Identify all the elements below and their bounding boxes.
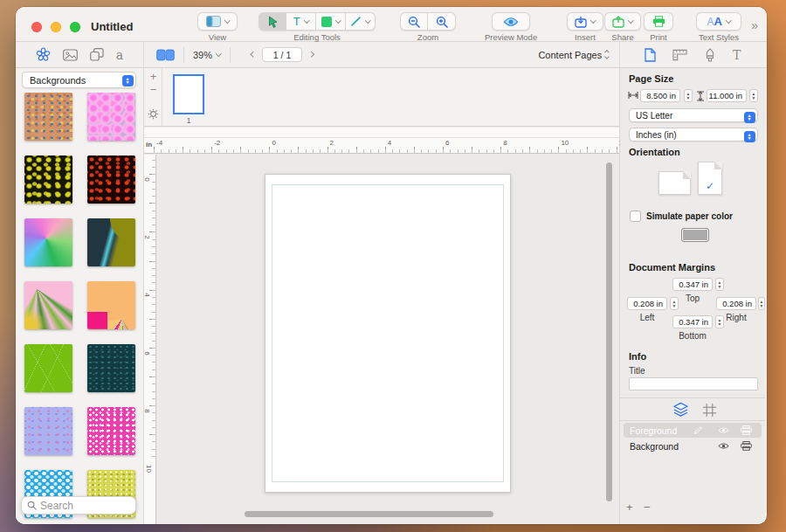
thumbnail-green-lines[interactable] xyxy=(24,344,72,392)
shape-tool-button[interactable] xyxy=(316,12,346,31)
eye-icon[interactable] xyxy=(718,442,729,450)
window-body: Backgrounds ▴▾ + − xyxy=(16,68,767,524)
page-height-field[interactable]: 11.000 in xyxy=(707,89,747,102)
pages-mode-value: Content Pages xyxy=(538,50,602,60)
layer-row-background[interactable]: Background xyxy=(624,439,762,453)
page-settings-gear-icon[interactable] xyxy=(144,108,162,122)
simulate-paper-color-checkbox[interactable] xyxy=(630,211,641,222)
orientation-portrait-button[interactable]: ✓ xyxy=(698,162,722,195)
page-thumbnail-1[interactable] xyxy=(173,74,204,114)
eye-icon[interactable] xyxy=(718,426,729,434)
layer-name: Background xyxy=(630,441,679,452)
zoom-level-control[interactable]: 39% xyxy=(193,50,221,60)
canvas-viewport: 0246810 xyxy=(144,155,619,524)
vertical-scrollbar[interactable] xyxy=(606,162,612,501)
page-indicator-field[interactable]: 1 / 1 xyxy=(262,47,302,62)
orientation-landscape-button[interactable] xyxy=(658,171,691,195)
tab-page-setup[interactable] xyxy=(645,48,656,62)
close-window-button[interactable] xyxy=(31,22,42,32)
document-page[interactable] xyxy=(265,174,511,493)
page-height-stepper[interactable]: ▴▾ xyxy=(749,89,758,102)
thumbnail-navy-flame[interactable] xyxy=(87,218,135,266)
tab-ruler[interactable] xyxy=(672,49,687,61)
pencil-icon[interactable] xyxy=(693,425,703,435)
print-button[interactable] xyxy=(644,12,673,31)
thumbnail-magenta-dots[interactable] xyxy=(87,407,135,455)
select-tool-button[interactable] xyxy=(259,12,286,31)
tab-brush[interactable] xyxy=(704,48,716,62)
margin-left-stepper[interactable]: ▴▾ xyxy=(670,297,679,310)
thumbnail-teal-maze[interactable] xyxy=(87,344,135,392)
paper-color-well[interactable] xyxy=(681,228,709,242)
view-panels-icon xyxy=(206,16,221,27)
page-width-field[interactable]: 8.500 in xyxy=(640,89,680,102)
text-tool-button[interactable]: T xyxy=(286,12,316,31)
tab-grid[interactable] xyxy=(700,400,719,419)
tab-text[interactable]: T xyxy=(733,48,741,62)
previous-page-button[interactable] xyxy=(251,52,256,57)
margin-bottom-field[interactable]: 0.347 in xyxy=(672,315,713,328)
shapes-icon[interactable] xyxy=(90,48,104,61)
text-snippets-icon[interactable]: a xyxy=(116,48,123,62)
height-arrows-icon xyxy=(696,91,705,101)
zoom-in-icon xyxy=(436,16,448,28)
search-input[interactable] xyxy=(40,500,176,512)
insert-icon xyxy=(575,16,587,28)
margin-top-field[interactable]: 0.347 in xyxy=(672,278,713,291)
toolbar-overflow-button[interactable]: » xyxy=(751,18,758,32)
canvas-column: + − 1 in -4-2024681012 0246810 xyxy=(144,68,620,524)
info-title-input[interactable] xyxy=(629,377,758,390)
insert-button[interactable] xyxy=(567,12,603,31)
remove-layer-button[interactable]: − xyxy=(644,501,651,514)
thumbnail-orange-speckle[interactable] xyxy=(24,93,72,141)
margin-top-stepper[interactable]: ▴▾ xyxy=(715,278,724,291)
margin-bottom-stepper[interactable]: ▴▾ xyxy=(715,315,724,328)
clipart-flower-icon[interactable] xyxy=(36,47,51,62)
facing-pages-icon[interactable] xyxy=(156,49,175,61)
zoom-window-button[interactable] xyxy=(70,22,80,32)
page-thumbnail-number: 1 xyxy=(173,116,204,125)
h-ruler-label: 10 xyxy=(561,139,569,147)
share-button[interactable] xyxy=(604,12,641,31)
thumbnail-grid xyxy=(16,93,143,524)
next-page-button[interactable] xyxy=(308,52,314,57)
thumbnail-red-dots[interactable] xyxy=(87,155,135,204)
v-ruler-label: 8 xyxy=(143,409,151,412)
line-tool-button[interactable] xyxy=(346,12,376,31)
thumbnail-rainbow-swirl[interactable] xyxy=(24,218,72,266)
printer-icon xyxy=(652,16,665,27)
v-ruler-label: 0 xyxy=(143,177,151,181)
zoom-in-button[interactable] xyxy=(428,12,456,31)
text-styles-button[interactable]: A A xyxy=(696,12,741,31)
layer-row-foreground[interactable]: Foreground xyxy=(624,423,762,438)
images-icon[interactable] xyxy=(63,49,78,61)
text-styles-group: A A Text Styles xyxy=(696,12,741,42)
pages-strip: + − 1 xyxy=(144,68,619,127)
thumbnail-palm-rays[interactable] xyxy=(24,281,72,329)
margin-right-stepper[interactable]: ▴▾ xyxy=(758,297,765,310)
thumbnail-periwinkle-squiggle[interactable] xyxy=(24,407,72,455)
horizontal-scrollbar[interactable] xyxy=(245,511,493,517)
paper-preset-select[interactable]: US Letter ▴▾ xyxy=(629,108,758,122)
printer-icon[interactable] xyxy=(741,425,752,435)
margin-right-field[interactable]: 0.208 in xyxy=(716,297,756,310)
thumbnail-yellow-dots[interactable] xyxy=(24,155,72,204)
remove-page-button[interactable]: − xyxy=(144,83,162,96)
minimize-window-button[interactable] xyxy=(51,22,61,32)
view-button[interactable] xyxy=(197,12,238,31)
select-stepper-icon: ▴▾ xyxy=(122,75,134,86)
add-layer-button[interactable]: + xyxy=(626,501,633,514)
category-select[interactable]: Backgrounds ▴▾ xyxy=(22,72,136,88)
eye-icon xyxy=(503,17,519,27)
add-page-button[interactable]: + xyxy=(144,70,162,83)
thumbnail-sunburst[interactable] xyxy=(87,281,135,329)
page-width-stepper[interactable]: ▴▾ xyxy=(684,89,693,102)
printer-icon[interactable] xyxy=(741,441,752,451)
thumbnail-pink-blobs[interactable] xyxy=(87,93,135,141)
units-select[interactable]: Inches (in) ▴▾ xyxy=(629,128,758,142)
pages-mode-control[interactable]: Content Pages xyxy=(538,50,609,60)
margin-left-field[interactable]: 0.208 in xyxy=(627,297,667,310)
zoom-out-button[interactable] xyxy=(400,12,428,31)
tab-layers[interactable] xyxy=(671,400,690,419)
preview-mode-button[interactable] xyxy=(492,12,530,31)
